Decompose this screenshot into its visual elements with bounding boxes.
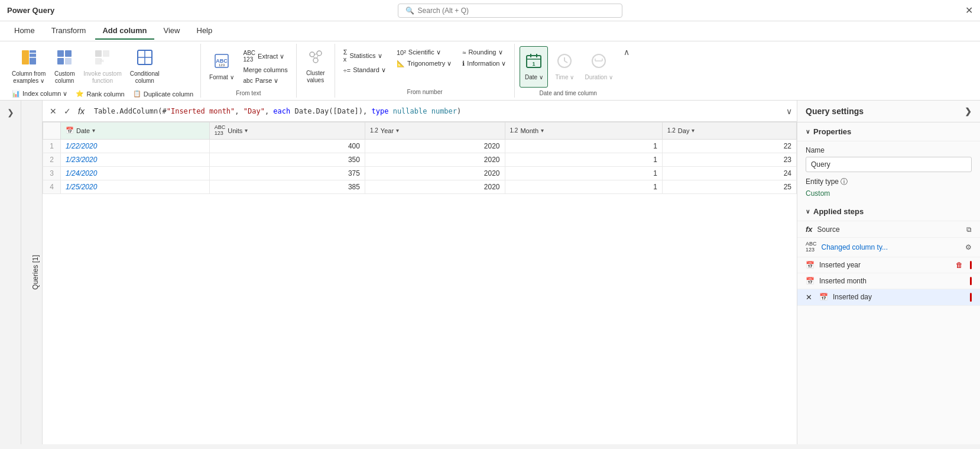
- formula-confirm-button[interactable]: ✓: [61, 105, 73, 117]
- col-year-header[interactable]: 1.2 Year ▾: [365, 122, 505, 140]
- step-status-bar: [970, 293, 972, 302]
- step-delete-x[interactable]: ✕: [806, 293, 812, 302]
- duplicate-column-label: Duplicate column: [144, 91, 193, 98]
- extract-button[interactable]: ABC123 Extract ∨: [240, 49, 291, 64]
- standard-icon: ÷=: [343, 67, 351, 74]
- standard-button[interactable]: ÷= Standard ∨: [340, 65, 390, 75]
- rounding-button[interactable]: ≈ Rounding ∨: [459, 47, 510, 57]
- sidebar-toggle[interactable]: ❯: [5, 105, 17, 119]
- column-from-examples-icon: [21, 49, 37, 69]
- extract-label: Extract ∨: [258, 53, 284, 60]
- query-settings-expand[interactable]: ❯: [965, 106, 972, 116]
- step-fx-icon: fx: [806, 225, 813, 234]
- date-col-dropdown[interactable]: ▾: [92, 127, 95, 134]
- step-gear-button[interactable]: ⚙: [965, 243, 972, 251]
- close-button[interactable]: ✕: [965, 5, 973, 16]
- year-cell: 2020: [365, 153, 505, 166]
- invoke-custom-function-label: Invoke customfunction: [83, 70, 121, 85]
- step-item[interactable]: fx Source ⧉: [797, 221, 980, 238]
- time-button[interactable]: Time ∨: [550, 46, 579, 88]
- step-status-bar: [970, 277, 972, 285]
- table-container[interactable]: 📅 Date ▾ ABC123 Units ▾: [43, 122, 797, 444]
- menu-home[interactable]: Home: [7, 22, 42, 40]
- date-cell: 1/22/2020: [61, 139, 210, 153]
- units-col-dropdown[interactable]: ▾: [245, 127, 248, 134]
- cluster-values-button[interactable]: Clustervalues: [301, 46, 330, 86]
- menu-view[interactable]: View: [157, 22, 187, 40]
- search-input[interactable]: [418, 7, 615, 15]
- date-cell: 1/25/2020: [61, 180, 210, 193]
- properties-content: Name Entity type ⓘ Custom: [797, 141, 980, 202]
- trigonometry-icon: 📐: [397, 60, 405, 67]
- statistics-label: Statistics ∨: [350, 52, 382, 60]
- parse-button[interactable]: abc Parse ∨: [240, 76, 291, 86]
- day-cell: 23: [662, 153, 796, 166]
- step-item[interactable]: 📅 Inserted year 🗑: [797, 257, 980, 273]
- duplicate-icon: 📋: [133, 90, 141, 98]
- scientific-button[interactable]: 10² Scientific ∨: [393, 47, 455, 57]
- custom-column-button[interactable]: Customcolumn: [50, 46, 79, 88]
- trigonometry-button[interactable]: 📐 Trigonometry ∨: [393, 59, 455, 69]
- time-icon: [556, 53, 573, 73]
- col-month-header[interactable]: 1.2 Month ▾: [505, 122, 662, 140]
- month-col-label: Month: [520, 127, 538, 134]
- step-delete-button[interactable]: 🗑: [956, 261, 963, 269]
- duration-button[interactable]: Duration ∨: [581, 46, 616, 88]
- month-type-icon: 1.2: [510, 127, 518, 134]
- ribbon-collapse-button[interactable]: ∧: [624, 47, 629, 57]
- row-num-cell: 2: [43, 153, 61, 166]
- rank-icon: ⭐: [76, 90, 84, 98]
- menu-add-column[interactable]: Add column: [95, 22, 154, 40]
- menu-help[interactable]: Help: [190, 22, 220, 40]
- formula-cancel-button[interactable]: ✕: [47, 105, 59, 117]
- information-icon: ℹ: [462, 60, 465, 67]
- column-from-examples-button[interactable]: Column fromexamples ∨: [8, 46, 49, 88]
- day-col-label: Day: [678, 127, 690, 134]
- data-table: 📅 Date ▾ ABC123 Units ▾: [43, 122, 797, 194]
- formula-expand-button[interactable]: ∨: [786, 106, 792, 116]
- name-field-input[interactable]: [806, 157, 972, 172]
- col-date-header[interactable]: 📅 Date ▾: [61, 122, 210, 140]
- query-settings-title: Query settings: [806, 106, 864, 116]
- scientific-label: Scientific ∨: [408, 49, 441, 56]
- conditional-column-button[interactable]: Conditionalcolumn: [126, 46, 163, 88]
- menu-transform[interactable]: Transform: [44, 22, 93, 40]
- day-cell: 22: [662, 139, 796, 153]
- units-type-icon: ABC123: [215, 125, 226, 137]
- index-column-icon: 📊: [12, 90, 20, 98]
- merge-columns-button[interactable]: Merge columns: [240, 65, 291, 75]
- rank-column-button[interactable]: ⭐ Rank column: [72, 89, 128, 99]
- month-col-dropdown[interactable]: ▾: [541, 127, 544, 134]
- row-num-header: [43, 122, 61, 140]
- step-copy-button[interactable]: ⧉: [966, 225, 972, 234]
- properties-section-header[interactable]: ∨ Properties: [797, 122, 980, 141]
- month-cell: 1: [505, 166, 662, 180]
- step-item[interactable]: 📅 Inserted month: [797, 273, 980, 289]
- rounding-label: Rounding ∨: [468, 49, 502, 56]
- data-area: ✕ ✓ fx Table.AddColumn(#"Inserted month"…: [43, 101, 797, 444]
- date-button[interactable]: 1 Date ∨: [520, 46, 548, 88]
- format-button[interactable]: ABC123 Format ∨: [206, 46, 237, 88]
- search-box[interactable]: 🔍: [398, 4, 622, 18]
- year-cell: 2020: [365, 180, 505, 193]
- table-row: 3 1/24/2020 375 2020 1 24: [43, 166, 797, 180]
- applied-steps-label: Applied steps: [813, 207, 864, 216]
- duration-label: Duration ∨: [585, 74, 613, 81]
- invoke-custom-function-button[interactable]: fx Invoke customfunction: [80, 46, 125, 88]
- year-col-dropdown[interactable]: ▾: [396, 127, 399, 134]
- rank-column-label: Rank column: [86, 91, 124, 98]
- step-item[interactable]: ✕ 📅 Inserted day: [797, 289, 980, 306]
- date-cell: 1/24/2020: [61, 166, 210, 180]
- col-day-header[interactable]: 1.2 Day ▾: [662, 122, 796, 140]
- statistics-button[interactable]: Σx Statistics ∨: [340, 47, 390, 64]
- duplicate-column-button[interactable]: 📋 Duplicate column: [129, 89, 197, 99]
- applied-steps-header[interactable]: ∨ Applied steps: [797, 202, 980, 221]
- information-button[interactable]: ℹ Information ∨: [459, 59, 510, 69]
- col-units-header[interactable]: ABC123 Units ▾: [209, 122, 365, 140]
- svg-rect-8: [95, 50, 102, 57]
- index-column-button[interactable]: 📊 Index column ∨: [8, 89, 71, 99]
- step-item[interactable]: ABC123 Changed column ty... ⚙: [797, 238, 980, 257]
- left-sidebar: ❯: [0, 101, 21, 444]
- svg-rect-9: [103, 50, 109, 57]
- day-col-dropdown[interactable]: ▾: [692, 127, 695, 134]
